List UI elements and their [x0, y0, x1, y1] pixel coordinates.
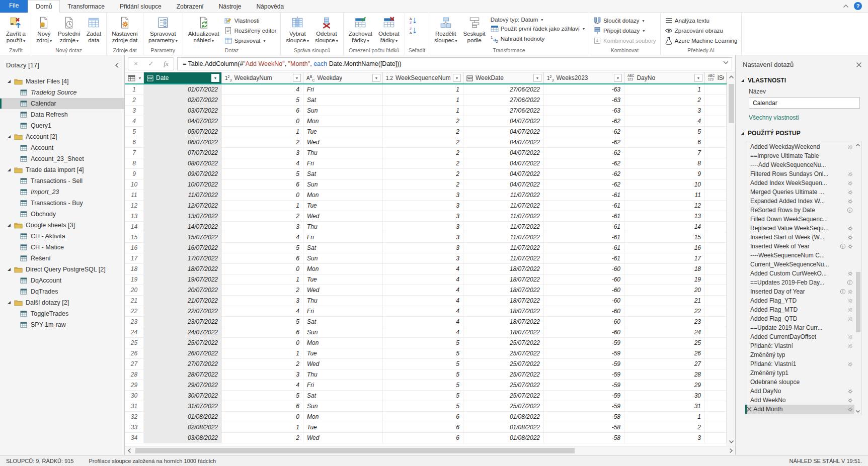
applied-step-filtered-rows-sundays-onl-[interactable]: Filtered Rows Sundays Onl... — [745, 169, 854, 178]
ribbon-button-seskupit-podle[interactable]: Seskupitpodle — [461, 14, 488, 47]
ribbon-button-zpracování-obrazu[interactable]: Zpracování obrazu — [663, 26, 739, 35]
step-settings-gear-icon[interactable] — [847, 199, 853, 204]
filter-caret-icon[interactable]: ▼ — [614, 74, 622, 82]
query-group-account-2-[interactable]: Account [2] — [0, 131, 124, 142]
query-item-data-refresh[interactable]: Data Refresh — [0, 109, 124, 120]
applied-step-current-weeksequencenu-[interactable]: Current_WeekSequenceNu... — [745, 260, 854, 269]
ribbon-button-zadat-data[interactable]: Zadatdata — [84, 14, 104, 47]
applied-step-inserted-start-of-week-w-[interactable]: Inserted Start of Week (W... — [745, 233, 854, 242]
step-settings-gear-icon[interactable] — [847, 271, 853, 276]
applied-step-added-index-weeksequen-[interactable]: Added Index WeekSequen... — [745, 178, 854, 188]
filter-caret-icon[interactable]: ▼ — [453, 74, 461, 82]
ribbon-button-nový-zdroj[interactable]: Novýzdroj▾ — [34, 14, 54, 47]
query-group-direct-query-postgresql-2-[interactable]: Direct Query PostgreSQL [2] — [0, 264, 124, 275]
applied-step--add-weeksequencenu-[interactable]: ----Add WeekSequenceNu... — [745, 160, 854, 169]
fx-icon[interactable]: fx — [159, 60, 174, 68]
applied-step-změněný-typ1[interactable]: Změněný typ1 — [745, 368, 854, 378]
step-settings-gear-icon[interactable] — [847, 190, 853, 195]
query-item-tradelog-source[interactable]: Tradelog Source — [0, 87, 124, 98]
query-item-account[interactable]: Account — [0, 142, 124, 153]
ribbon-button-poslední-zdroje[interactable]: Poslednízdroje▾ — [55, 14, 83, 47]
tab-transformace[interactable]: Transformace — [60, 1, 112, 13]
horizontal-scrollbar[interactable] — [125, 446, 735, 455]
steps-scroll-up-icon[interactable] — [854, 141, 862, 148]
cancel-formula-icon[interactable]: × — [128, 60, 143, 67]
step-settings-gear-icon[interactable] — [847, 244, 853, 249]
ribbon-button-vybrat-sloupce[interactable]: Vybratsloupce▾ — [283, 14, 311, 47]
applied-step--weeksequencenum-c-[interactable]: ----WeekSequenceNum C... — [745, 251, 854, 260]
scroll-up-icon[interactable] — [727, 72, 736, 81]
applied-step-inserted-week-of-year[interactable]: Inserted Week of Year — [745, 242, 854, 251]
tab-n-stroje[interactable]: Nástroje — [211, 1, 249, 13]
ribbon-button-kombinovat-soubory[interactable]: Kombinovat soubory — [592, 36, 658, 45]
step-settings-gear-icon[interactable] — [847, 398, 853, 403]
confirm-formula-icon[interactable]: ✓ — [143, 60, 159, 67]
applied-step-merged-queries-ultimate-[interactable]: Merged Queries Ultimate ... — [745, 188, 854, 197]
step-settings-gear-icon[interactable] — [847, 298, 853, 304]
query-item-transactions-buy[interactable]: Transactions - Buy — [0, 198, 124, 209]
ribbon-button-zachovat-řádky[interactable]: Zachovatřádky▾ — [346, 14, 375, 47]
query-item-ch-matice[interactable]: CH - Matice — [0, 242, 124, 253]
step-settings-gear-icon[interactable] — [847, 361, 853, 367]
applied-step-added-flag-qtd[interactable]: Added Flag_QTD — [745, 314, 854, 323]
query-group-trade-data-import-4-[interactable]: Trade data import [4] — [0, 164, 124, 175]
vertical-scroll-thumb[interactable] — [729, 84, 734, 123]
filter-caret-icon[interactable]: ▼ — [293, 74, 301, 82]
tab-p-id-n-sloupce[interactable]: Přidání sloupce — [112, 1, 169, 13]
ribbon-button-aktualizovat-náhled[interactable]: Aktualizovatnáhled▾ — [186, 14, 222, 47]
steps-scrollbar[interactable] — [854, 141, 861, 415]
column-header-weeksequencenum[interactable]: 1.2WeekSequenceNum▼ — [383, 72, 463, 83]
applied-step-přidané-vlastní1[interactable]: Přidané: Vlastní1 — [745, 359, 854, 368]
all-properties-link[interactable]: Všechny vlastnosti — [736, 113, 868, 127]
filter-caret-icon[interactable]: ▼ — [372, 74, 380, 82]
applied-step--updates-2019-feb-day-[interactable]: ==Updates 2019-Feb Day... — [745, 278, 854, 287]
ribbon-button-odebrat-řádky[interactable]: Odebratřádky▾ — [376, 14, 402, 47]
column-header-weeks2023[interactable]: 123Weeks2023▼ — [544, 72, 624, 83]
close-icon[interactable] — [856, 62, 862, 68]
column-header-iso-we[interactable]: ABC123ISO We — [705, 72, 727, 83]
step-settings-gear-icon[interactable] — [847, 235, 853, 240]
query-item-dqtrades[interactable]: DqTrades — [0, 286, 124, 297]
applied-step-added-custom-curweeko-[interactable]: Added Custom CurWeekO... — [745, 269, 854, 278]
step-settings-gear-icon[interactable] — [847, 407, 853, 412]
applied-step-resorted-rows-by-date[interactable]: ReSorted Rows by Date — [745, 206, 854, 215]
tab-zobrazen-[interactable]: Zobrazení — [169, 1, 211, 13]
ribbon-button-vlastnosti[interactable]: Vlastnosti — [223, 16, 278, 25]
help-icon[interactable]: ? — [854, 2, 862, 10]
query-item-ch-aktivita[interactable]: CH - Aktivita — [0, 231, 124, 242]
column-header-dayno[interactable]: ABC123DayNo▼ — [624, 72, 705, 83]
query-item-calendar[interactable]: Calendar — [0, 98, 124, 109]
ribbon-button-spravovat[interactable]: Spravovat▾ — [223, 36, 278, 45]
ribbon-button-sort[interactable]: ZA — [408, 26, 419, 35]
applied-step-added-currentdayoffset[interactable]: Added CurrentDayOffset — [745, 332, 854, 341]
ribbon-button-zavřít-a-použít[interactable]: Zavřít apoužít▾ — [4, 14, 28, 47]
query-item-account-23-sheet[interactable]: Account_23_Sheet — [0, 153, 124, 164]
status-profiling[interactable]: Profilace sloupce založená na horních 10… — [89, 458, 216, 464]
step-settings-gear-icon[interactable] — [847, 289, 853, 295]
query-item-toggletrades[interactable]: ToggleTrades — [0, 308, 124, 319]
applied-step--improve-ultimate-table[interactable]: ==Improve Ultimate Table — [745, 151, 854, 160]
ribbon-button-nahradit-hodnoty[interactable]: 12Nahradit hodnoty — [489, 34, 586, 43]
step-settings-gear-icon[interactable] — [847, 180, 853, 186]
step-settings-gear-icon[interactable] — [847, 144, 853, 150]
applied-step-inserted-day-of-year[interactable]: Inserted Day of Year — [745, 287, 854, 296]
steps-scroll-down-icon[interactable] — [854, 408, 862, 415]
tab-file[interactable]: File — [0, 0, 28, 13]
step-settings-gear-icon[interactable] — [847, 171, 853, 177]
collapse-ribbon-icon[interactable] — [843, 4, 849, 8]
query-item-spy-1m-raw[interactable]: SPY-1m-raw — [0, 319, 124, 330]
query-name-input[interactable]: Calendar — [749, 97, 860, 109]
ribbon-button-spravovat-parametry[interactable]: Spravovatparametry▾ — [146, 14, 180, 47]
ribbon-button-sloučit-dotazy[interactable]: Sloučit dotazy▾ — [592, 16, 658, 25]
column-header-weekdaynum[interactable]: 123WeekdayNum▼ — [222, 72, 303, 83]
expand-formula-icon[interactable] — [723, 61, 729, 64]
column-header-weekday[interactable]: ABCWeekday▼ — [303, 72, 383, 83]
tab-dom-[interactable]: Domů — [28, 0, 60, 13]
applied-step-add-weekno[interactable]: Add WeekNo — [745, 396, 854, 405]
formula-input[interactable]: = Table.AddColumn(#"Add WeekNo", "Month"… — [177, 57, 732, 70]
tab-n-pov-da[interactable]: Nápověda — [249, 1, 291, 13]
applied-step-added-flag-mtd[interactable]: Added Flag_MTD — [745, 305, 854, 314]
column-header-weekdate[interactable]: WeekDate▼ — [463, 72, 544, 83]
filter-caret-icon[interactable]: ▼ — [694, 74, 702, 82]
applied-step-expanded-added-index-w-[interactable]: Expanded Added Index W... — [745, 197, 854, 206]
